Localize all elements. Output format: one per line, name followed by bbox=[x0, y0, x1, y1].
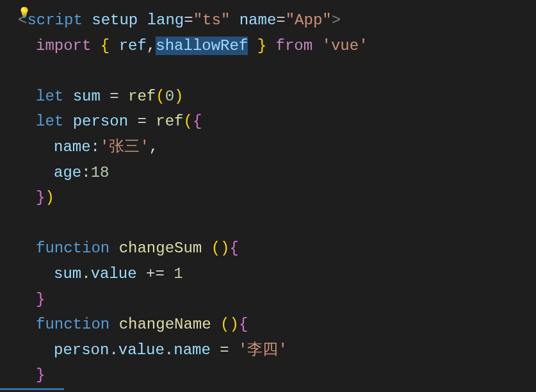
colon: : bbox=[81, 164, 90, 181]
comma: , bbox=[147, 37, 156, 54]
var-person: person bbox=[54, 341, 109, 359]
code-line-2[interactable]: import { ref,shallowRef } from 'vue' bbox=[18, 33, 536, 59]
fn-changesum: changeSum bbox=[119, 240, 202, 257]
dot: . bbox=[109, 341, 118, 359]
prop-value: value bbox=[118, 341, 165, 359]
brace-close: } bbox=[257, 37, 266, 54]
fn-ref: ref bbox=[156, 113, 183, 130]
code-line-10[interactable]: function changeSum (){ bbox=[18, 236, 536, 261]
code-line-11[interactable]: sum.value += 1 bbox=[18, 261, 536, 287]
text-selection: shallowRef bbox=[156, 37, 248, 55]
identifier-shallowref: shallowRef bbox=[156, 37, 248, 54]
code-line-5[interactable]: let person = ref({ bbox=[18, 109, 536, 135]
equals: = bbox=[184, 12, 193, 29]
identifier-ref: ref bbox=[119, 37, 147, 54]
fn-ref: ref bbox=[128, 88, 156, 105]
keyword-function: function bbox=[36, 240, 110, 257]
op-plusequals: += bbox=[146, 265, 165, 282]
equals: = bbox=[276, 12, 285, 29]
horizontal-scroll-indicator[interactable] bbox=[0, 388, 64, 390]
attr-name-value: "App" bbox=[286, 12, 332, 29]
paren-open: ( bbox=[220, 316, 229, 333]
comma: , bbox=[149, 138, 158, 156]
dot: . bbox=[81, 265, 90, 282]
code-line-7[interactable]: age:18 bbox=[18, 160, 536, 186]
paren-close: ) bbox=[45, 189, 54, 206]
tag-close-bracket: > bbox=[332, 12, 341, 29]
var-person: person bbox=[73, 113, 128, 130]
keyword-from: from bbox=[276, 37, 313, 54]
paren-open: ( bbox=[183, 113, 192, 130]
fn-changename: changeName bbox=[119, 316, 211, 333]
keyword-function: function bbox=[36, 316, 110, 333]
attr-name: name bbox=[240, 12, 277, 29]
attr-lang: lang bbox=[147, 12, 184, 29]
var-sum: sum bbox=[73, 88, 101, 105]
code-line-8[interactable]: }) bbox=[18, 185, 536, 211]
equals: = bbox=[110, 88, 118, 105]
string-vue: 'vue' bbox=[322, 37, 368, 54]
code-line-9-empty[interactable] bbox=[18, 211, 536, 236]
prop-name: name bbox=[174, 341, 211, 359]
brace-open: { bbox=[239, 316, 248, 333]
equals: = bbox=[220, 341, 229, 359]
paren-open: ( bbox=[211, 240, 220, 257]
number-18: 18 bbox=[91, 164, 110, 181]
brace-open: { bbox=[229, 240, 238, 257]
colon: : bbox=[91, 138, 100, 156]
code-line-14[interactable]: person.value.name = '李四' bbox=[18, 338, 536, 363]
attr-lang-value: "ts" bbox=[193, 12, 231, 29]
code-line-3-empty[interactable] bbox=[18, 58, 536, 84]
number-1: 1 bbox=[174, 265, 183, 282]
brace-close: } bbox=[36, 189, 45, 206]
code-line-15[interactable]: } bbox=[18, 363, 536, 388]
paren-close: ) bbox=[174, 88, 183, 105]
keyword-let: let bbox=[36, 113, 63, 130]
string-zhangsan: '张三' bbox=[100, 138, 149, 156]
attr-setup: setup bbox=[92, 12, 138, 29]
number-zero: 0 bbox=[165, 88, 174, 105]
equals: = bbox=[137, 113, 146, 130]
quickfix-lightbulb-icon[interactable]: 💡 bbox=[18, 5, 31, 22]
string-lisi: '李四' bbox=[238, 341, 288, 359]
code-line-1[interactable]: <script setup lang="ts" name="App"> bbox=[18, 8, 536, 33]
code-line-13[interactable]: function changeName (){ bbox=[18, 312, 536, 338]
code-line-6[interactable]: name:'张三', bbox=[18, 135, 536, 160]
prop-value: value bbox=[91, 265, 137, 282]
tag-name-script: script bbox=[27, 12, 82, 29]
code-line-12[interactable]: } bbox=[18, 287, 536, 313]
code-line-4[interactable]: let sum = ref(0) bbox=[18, 84, 536, 110]
paren-close: ) bbox=[229, 316, 238, 333]
paren-close: ) bbox=[220, 240, 229, 257]
prop-age: age bbox=[54, 164, 81, 181]
prop-name: name bbox=[54, 138, 91, 156]
brace-open: { bbox=[101, 37, 110, 54]
keyword-import: import bbox=[36, 37, 91, 54]
dot: . bbox=[165, 341, 174, 359]
brace-close: } bbox=[36, 291, 45, 308]
keyword-let: let bbox=[36, 88, 63, 105]
brace-open: { bbox=[193, 113, 202, 130]
code-editor[interactable]: <script setup lang="ts" name="App"> impo… bbox=[18, 8, 536, 388]
brace-close: } bbox=[36, 366, 45, 384]
var-sum: sum bbox=[54, 265, 81, 282]
paren-open: ( bbox=[156, 88, 165, 105]
